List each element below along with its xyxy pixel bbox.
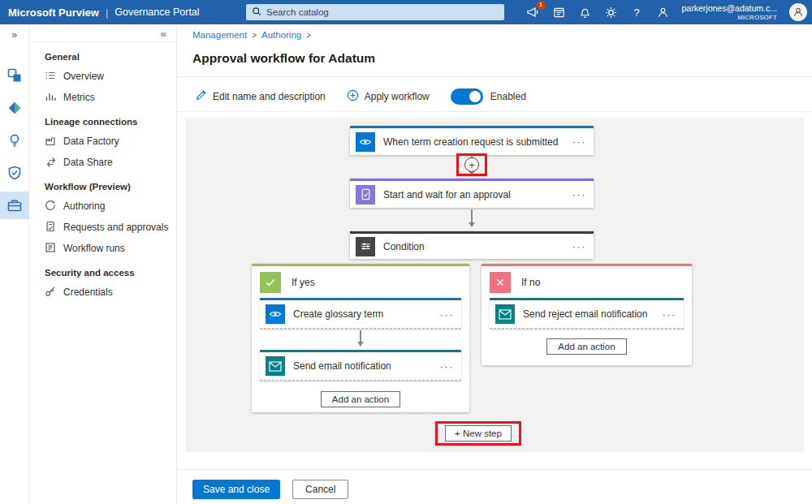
step-label: Condition: [383, 241, 565, 252]
settings-gear-icon[interactable]: [604, 6, 618, 19]
topbar-actions: 1 ? parkerjones@adatum.c...: [526, 0, 807, 24]
more-menu-icon[interactable]: ···: [565, 188, 594, 200]
section-header: General: [29, 46, 176, 66]
command-bar: Edit name and description Apply workflow…: [195, 85, 526, 108]
sidebar-item-data-share[interactable]: Data Share: [29, 152, 176, 173]
guide-icon[interactable]: [552, 6, 566, 19]
sidebar-item-data-factory[interactable]: Data Factory: [29, 131, 176, 152]
send-email-card[interactable]: Send email notification ···: [260, 350, 461, 381]
email-icon: [266, 356, 285, 376]
approvals-icon: [45, 221, 56, 235]
step-label: Create glossary term: [293, 308, 433, 320]
sidebar-section-security: Security and access Credentials: [29, 262, 176, 303]
sidebar-item-label: Overview: [63, 71, 104, 82]
condition-step-card[interactable]: Condition ···: [350, 231, 594, 259]
more-menu-icon[interactable]: ···: [565, 240, 594, 252]
rail-data-catalog-icon[interactable]: [0, 94, 29, 122]
pencil-icon: [195, 89, 207, 104]
enabled-toggle-label: Enabled: [490, 91, 526, 102]
sync-icon: [45, 200, 56, 213]
account-info[interactable]: parkerjones@adatum.c... MICROSOFT: [682, 3, 777, 21]
portal-name: Governance Portal: [114, 6, 199, 18]
section-header: Lineage connections: [29, 111, 176, 131]
help-icon[interactable]: ?: [630, 6, 644, 19]
more-menu-icon[interactable]: ···: [433, 360, 462, 373]
step-label: Send reject email notification: [523, 308, 655, 320]
step-label: When term creation request is submitted: [383, 136, 565, 148]
plus-circle-icon: [347, 89, 359, 104]
section-header: Security and access: [29, 262, 176, 282]
apply-workflow-label: Apply workflow: [365, 91, 430, 102]
add-action-button[interactable]: Add an action: [321, 391, 400, 407]
footer-actions: Save and close Cancel: [192, 480, 348, 499]
trigger-step-card[interactable]: When term creation request is submitted …: [350, 126, 594, 155]
avatar[interactable]: [789, 3, 807, 21]
rail-insights-icon[interactable]: [0, 127, 29, 154]
brand-divider: |: [106, 6, 108, 19]
sidebar-item-authoring[interactable]: Authoring: [29, 196, 176, 217]
sidebar-item-label: Metrics: [63, 92, 95, 103]
rail-expand-icon[interactable]: »: [11, 29, 17, 41]
account-email: parkerjones@adatum.c...: [682, 3, 777, 14]
breadcrumb-separator: >: [306, 31, 311, 40]
edit-name-description-button[interactable]: Edit name and description: [195, 89, 326, 104]
cancel-button[interactable]: Cancel: [292, 480, 348, 499]
divider: [177, 76, 812, 77]
annotation-highlight-insert-step: +: [456, 153, 487, 176]
page-title: Approval workflow for Adatum: [192, 51, 375, 66]
if-yes-header: If yes: [252, 266, 469, 293]
step-label: Send email notification: [293, 360, 433, 372]
new-step-button[interactable]: + New step: [445, 425, 512, 442]
key-icon: [45, 286, 56, 299]
more-menu-icon[interactable]: ···: [565, 136, 594, 148]
sidebar-item-label: Requests and approvals: [63, 222, 168, 233]
account-org: MICROSOFT: [682, 14, 777, 21]
app-rail: »: [0, 24, 29, 504]
step-label: Start and wait for an approval: [383, 189, 565, 200]
more-menu-icon[interactable]: ···: [655, 308, 685, 321]
sidebar-section-lineage: Lineage connections Data Factory Data Sh…: [29, 111, 176, 173]
catalog-search[interactable]: [246, 4, 504, 20]
sidebar-collapse-icon[interactable]: «: [29, 24, 176, 43]
if-no-branch: If no Send reject email notification ···…: [482, 264, 692, 365]
rail-data-map-icon[interactable]: [0, 62, 29, 89]
email-icon: [495, 304, 515, 324]
connector-arrow: [360, 330, 361, 345]
approval-step-card[interactable]: Start and wait for an approval ···: [350, 179, 594, 208]
factory-icon: [45, 135, 56, 149]
bar-chart-icon: [45, 91, 56, 105]
save-and-close-button[interactable]: Save and close: [192, 480, 280, 499]
notifications-icon[interactable]: [578, 6, 592, 19]
breadcrumb-management[interactable]: Management: [192, 30, 247, 40]
sidebar-item-overview[interactable]: Overview: [29, 66, 176, 87]
annotation-highlight-new-step: + New step: [435, 421, 521, 446]
sidebar-section-workflow: Workflow (Preview) Authoring Requests an…: [29, 176, 176, 259]
sidebar-item-label: Authoring: [63, 200, 105, 212]
announcements-icon[interactable]: 1: [526, 6, 540, 19]
top-bar: Microsoft Purview | Governance Portal 1: [0, 0, 812, 24]
rail-management-icon[interactable]: [0, 192, 29, 219]
enabled-toggle-group: Enabled: [451, 88, 526, 105]
main-content: Management > Authoring > Approval workfl…: [177, 24, 812, 504]
section-header: Workflow (Preview): [29, 176, 176, 196]
search-input[interactable]: [266, 7, 499, 17]
add-action-button[interactable]: Add an action: [546, 338, 626, 355]
create-glossary-term-card[interactable]: Create glossary term ···: [260, 298, 461, 329]
apply-workflow-button[interactable]: Apply workflow: [347, 89, 430, 104]
check-icon: [260, 272, 281, 293]
breadcrumb-separator: >: [252, 31, 257, 40]
feedback-icon[interactable]: [656, 6, 670, 19]
send-reject-email-card[interactable]: Send reject email notification ···: [490, 298, 684, 329]
sidebar-item-metrics[interactable]: Metrics: [29, 87, 176, 108]
sidebar-item-workflow-runs[interactable]: Workflow runs: [29, 238, 176, 259]
breadcrumb-authoring[interactable]: Authoring: [261, 30, 301, 40]
rail-data-policy-icon[interactable]: [0, 159, 29, 187]
sidebar-item-requests-approvals[interactable]: Requests and approvals: [29, 217, 176, 238]
brand: Microsoft Purview | Governance Portal: [0, 6, 200, 19]
x-icon: [490, 272, 511, 293]
more-menu-icon[interactable]: ···: [433, 308, 462, 321]
share-icon: [45, 156, 56, 170]
insert-step-plus-icon[interactable]: +: [464, 157, 479, 172]
enabled-toggle[interactable]: [451, 88, 483, 105]
sidebar-item-credentials[interactable]: Credentials: [29, 282, 176, 303]
